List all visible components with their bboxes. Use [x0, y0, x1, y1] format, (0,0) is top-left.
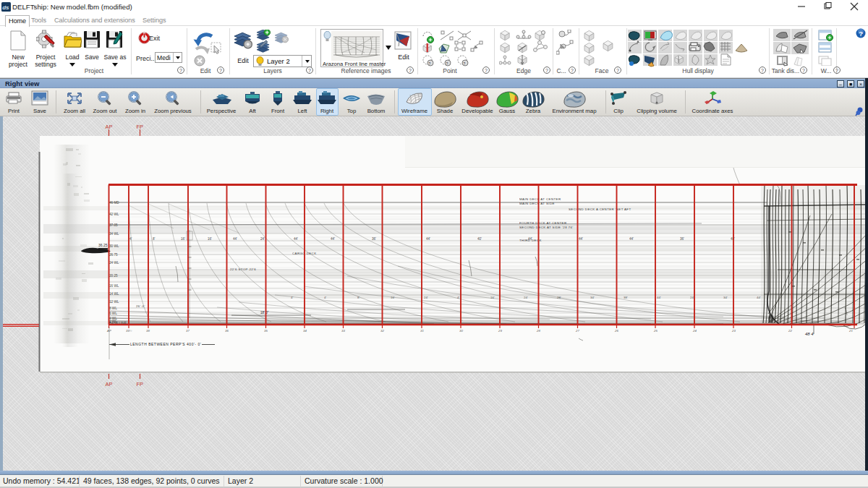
svg-text:44': 44'	[579, 237, 583, 241]
svg-text:12 WL: 12 WL	[109, 300, 119, 304]
svg-text:24': 24'	[260, 237, 265, 241]
svg-text:44': 44'	[331, 237, 335, 241]
svg-text:44': 44'	[657, 296, 661, 299]
svg-text:34: 34	[303, 329, 307, 333]
svg-text:21: 21	[848, 329, 853, 333]
svg-text:16': 16'	[391, 296, 395, 299]
svg-text:16': 16'	[208, 237, 212, 241]
svg-text:6 WL: 6 WL	[109, 312, 117, 315]
svg-text:24 WL: 24 WL	[109, 261, 119, 265]
svg-text:38': 38'	[624, 296, 628, 299]
svg-text:?: ?	[429, 61, 431, 66]
svg-text:22: 22	[788, 329, 792, 333]
svg-text:23: 23	[731, 329, 736, 333]
svg-text:MAIN DECK AT SIDE: MAIN DECK AT SIDE	[519, 202, 555, 205]
svg-text:SECOND DECK AT SIDE '28 7: SECOND DECK AT SIDE '28 76'	[519, 226, 574, 229]
svg-text:48 4: 48 4	[805, 332, 814, 336]
svg-text:16 WL: 16 WL	[109, 284, 119, 288]
svg-text:8 WL: 8 WL	[109, 307, 117, 310]
svg-text:38: 38	[146, 329, 150, 333]
svg-text:34': 34'	[723, 296, 728, 299]
svg-text:32: 32	[380, 329, 384, 333]
svg-text:14 WL: 14 WL	[109, 292, 119, 296]
svg-text:35: 35	[264, 329, 268, 333]
svg-text:?: ?	[464, 61, 466, 66]
svg-text:22'6 STOP 22'6: 22'6 STOP 22'6	[230, 267, 256, 271]
svg-text:25: 25	[653, 329, 658, 333]
svg-text:44': 44'	[629, 237, 634, 241]
svg-text:FP: FP	[137, 124, 144, 130]
svg-text:33: 33	[341, 329, 345, 333]
svg-text:FOURTH DECK AT CENTER: FOURTH DECK AT CENTER	[519, 221, 566, 225]
svg-text:40': 40'	[477, 237, 482, 241]
svg-text:ds: ds	[2, 4, 9, 10]
svg-text:20.25: 20.25	[109, 274, 118, 278]
svg-text:26: 26	[614, 329, 618, 333]
svg-text:39½: 39½	[126, 329, 132, 333]
svg-text:44': 44'	[528, 237, 532, 241]
svg-text:LENGTH BETWEEN PERP'S 400'-: LENGTH BETWEEN PERP'S 400'- 0'	[130, 342, 201, 346]
svg-text:AP: AP	[106, 329, 111, 333]
svg-text:FP: FP	[137, 381, 144, 388]
svg-text:34': 34'	[590, 296, 595, 299]
svg-text:AP: AP	[106, 124, 113, 130]
svg-text:36.25: 36.25	[98, 243, 108, 247]
svg-text:30: 30	[459, 329, 463, 333]
svg-text:27: 27	[575, 329, 579, 333]
svg-text:24': 24'	[524, 296, 528, 299]
svg-text:28': 28'	[557, 296, 561, 299]
svg-text:MAIN DECK AT CENTER: MAIN DECK AT CENTER	[519, 197, 561, 201]
svg-text:28: 28	[536, 329, 540, 333]
svg-text:?: ?	[446, 61, 448, 66]
svg-text:26.75: 26.75	[109, 253, 118, 257]
svg-text:34 WL: 34 WL	[109, 232, 119, 236]
svg-text:24': 24'	[690, 296, 694, 299]
svg-text:8': 8'	[153, 237, 156, 241]
svg-text:30 WL: 30 WL	[109, 244, 119, 248]
svg-text:36: 36	[225, 329, 229, 333]
svg-text:44': 44'	[294, 237, 298, 241]
svg-text:18'.0": 18'.0"	[260, 311, 269, 314]
svg-text:?: ?	[859, 30, 863, 38]
svg-text:44': 44'	[233, 237, 237, 241]
svg-text:4': 4'	[457, 296, 459, 299]
svg-text:24': 24'	[424, 296, 428, 299]
svg-text:24: 24	[692, 329, 697, 333]
svg-text:16': 16'	[490, 296, 495, 299]
svg-text:46 MD: 46 MD	[109, 201, 119, 205]
svg-text:44': 44'	[426, 237, 430, 241]
svg-text:37.05: 37.05	[109, 223, 118, 227]
svg-text:36': 36'	[372, 237, 376, 241]
svg-text:16': 16'	[181, 237, 185, 241]
svg-text:44': 44'	[757, 296, 761, 299]
svg-text:36': 36'	[680, 237, 684, 241]
svg-text:42 WL: 42 WL	[109, 213, 119, 216]
svg-text:29: 29	[498, 329, 502, 333]
svg-text:4': 4'	[291, 296, 293, 299]
svg-text:AP: AP	[106, 381, 113, 388]
svg-text:4': 4'	[324, 296, 326, 299]
svg-text:37: 37	[186, 329, 190, 333]
svg-text:31: 31	[420, 329, 424, 333]
svg-text:8': 8'	[357, 296, 359, 299]
svg-text:4': 4'	[129, 237, 132, 241]
svg-text:26'.0': 26'.0'	[136, 304, 145, 308]
